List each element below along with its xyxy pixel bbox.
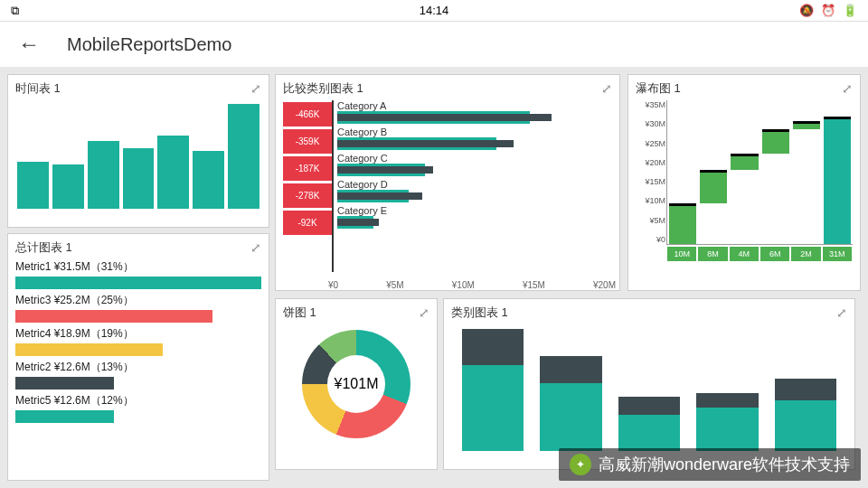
totals-label: Metric5 ¥12.6M（12%） xyxy=(15,393,261,408)
category-bars xyxy=(451,324,847,451)
axis-tick: ¥0 xyxy=(328,280,338,290)
expand-icon[interactable]: ⤢ xyxy=(842,81,853,96)
card-title: 总计图表 1 xyxy=(15,239,72,256)
totals-bar xyxy=(15,410,114,423)
axis-tick: ¥20M xyxy=(637,158,665,167)
expand-icon[interactable]: ⤢ xyxy=(419,305,429,320)
totals-label: Metric2 ¥12.6M（13%） xyxy=(15,360,261,375)
totals-bar xyxy=(15,377,114,389)
bar xyxy=(17,162,49,209)
watermark-text: 高威新潮wonderware软件技术支持 xyxy=(599,454,850,475)
totals-label: Metric3 ¥25.2M（25%） xyxy=(15,293,261,308)
expand-icon[interactable]: ⤢ xyxy=(836,305,847,320)
axis-tick: ¥25M xyxy=(637,139,665,148)
bar xyxy=(88,141,119,209)
wechat-icon: ✦ xyxy=(570,454,591,475)
totals-card[interactable]: 总计图表 1 ⤢ Metric1 ¥31.5M（31%）Metric3 ¥25.… xyxy=(7,233,269,481)
compare-category: Category B xyxy=(337,127,612,137)
totals-label: Metric1 ¥31.5M（31%） xyxy=(15,259,261,275)
card-title: 类别图表 1 xyxy=(451,305,508,321)
waterfall-xlabel: 4M xyxy=(730,247,759,261)
axis-tick: ¥10M xyxy=(637,196,665,205)
battery-icon: 🔋 xyxy=(843,4,857,17)
compare-delta: -278K xyxy=(283,183,332,208)
totals-row: Metric3 ¥25.2M（25%） xyxy=(15,293,261,323)
waterfall-bar xyxy=(760,100,791,244)
waterfall-bar xyxy=(729,100,760,244)
app-header: ← MobileReportsDemo xyxy=(0,22,868,67)
axis-tick: ¥5M xyxy=(637,216,665,225)
compare-row: Category B xyxy=(337,127,612,150)
bell-off-icon: 🔕 xyxy=(799,4,814,17)
axis-tick: ¥15M xyxy=(637,177,665,186)
axis-tick: ¥10M xyxy=(452,280,475,290)
card-title: 时间表 1 xyxy=(15,80,61,97)
status-bar: ⧉ 14:14 🔕 ⏰ 🔋 xyxy=(0,0,868,22)
expand-icon[interactable]: ⤢ xyxy=(601,81,612,96)
bar xyxy=(228,104,259,209)
compare-category: Category D xyxy=(337,179,612,190)
card-title: 比较类别图表 1 xyxy=(283,80,363,97)
expand-icon[interactable]: ⤢ xyxy=(250,81,261,96)
totals-bar xyxy=(15,277,261,289)
totals-label: Metric4 ¥18.9M（19%） xyxy=(15,326,261,342)
waterfall-xlabel: 31M xyxy=(823,247,852,261)
compare-row: Category D xyxy=(337,179,612,202)
waterfall-xlabel: 2M xyxy=(791,247,820,261)
status-time: 14:14 xyxy=(420,4,449,17)
axis-tick: ¥20M xyxy=(593,280,616,290)
watermark: ✦ 高威新潮wonderware软件技术支持 xyxy=(559,448,861,481)
time-chart-bars xyxy=(15,100,261,209)
totals-bar xyxy=(15,343,163,356)
axis-tick: ¥35M xyxy=(637,100,665,109)
bar xyxy=(123,148,155,209)
axis-tick: ¥0 xyxy=(637,235,665,244)
bar xyxy=(157,136,189,209)
category-card[interactable]: 类别图表 1 ⤢ xyxy=(443,298,855,470)
waterfall-xlabel: 8M xyxy=(698,247,727,261)
waterfall-bar xyxy=(698,100,729,244)
compare-category: Category A xyxy=(337,100,612,111)
compare-delta: -359K xyxy=(283,129,332,154)
waterfall-xlabel: 10M xyxy=(667,247,696,261)
back-arrow-icon[interactable]: ← xyxy=(18,32,40,57)
waterfall-bar xyxy=(822,100,853,244)
bar xyxy=(52,164,84,209)
donut-chart: ¥101M xyxy=(302,330,410,438)
card-title: 饼图 1 xyxy=(283,305,316,321)
waterfall-card[interactable]: 瀑布图 1 ⤢ ¥35M¥30M¥25M¥20M¥15M¥10M¥5M¥0 10… xyxy=(627,74,861,291)
compare-row: Category A xyxy=(337,100,612,124)
axis-tick: ¥30M xyxy=(637,119,665,128)
compare-card[interactable]: 比较类别图表 1 ⤢ -466K-359K-187K-278K-92K Cate… xyxy=(275,74,620,291)
compare-row: Category C xyxy=(337,153,612,176)
copy-icon: ⧉ xyxy=(11,4,19,18)
compare-category: Category E xyxy=(337,205,612,216)
totals-row: Metric2 ¥12.6M（13%） xyxy=(15,360,261,389)
bar xyxy=(193,151,224,209)
donut-total: ¥101M xyxy=(302,330,410,438)
waterfall-xlabel: 6M xyxy=(760,247,789,261)
waterfall-bar xyxy=(667,100,698,244)
axis-tick: ¥15M xyxy=(523,280,545,290)
totals-row: Metric4 ¥18.9M（19%） xyxy=(15,326,261,356)
axis-tick: ¥5M xyxy=(386,280,403,290)
alarm-icon: ⏰ xyxy=(821,4,835,17)
card-title: 瀑布图 1 xyxy=(636,80,681,97)
page-title: MobileReportsDemo xyxy=(67,34,231,55)
compare-category: Category C xyxy=(337,153,612,164)
totals-bar xyxy=(15,310,212,323)
expand-icon[interactable]: ⤢ xyxy=(250,240,261,255)
totals-row: Metric1 ¥31.5M（31%） xyxy=(15,259,261,289)
pie-card[interactable]: 饼图 1 ⤢ ¥101M xyxy=(275,298,438,470)
time-chart-card[interactable]: 时间表 1 ⤢ xyxy=(7,74,269,228)
compare-delta: -466K xyxy=(283,102,332,127)
waterfall-bar xyxy=(791,100,822,244)
compare-row: Category E xyxy=(337,205,612,229)
compare-delta: -187K xyxy=(283,156,332,181)
totals-row: Metric5 ¥12.6M（12%） xyxy=(15,393,261,423)
compare-delta: -92K xyxy=(283,211,332,235)
